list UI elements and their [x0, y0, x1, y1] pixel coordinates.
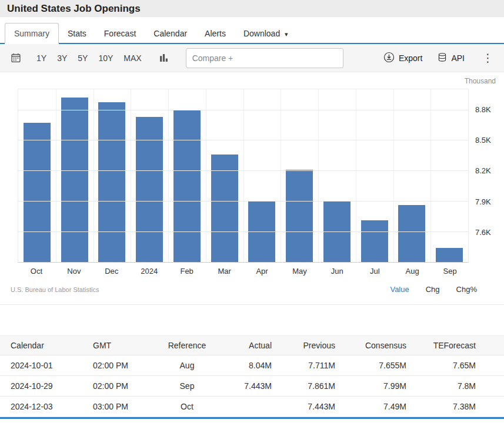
table-cell: 7.99M — [338, 381, 409, 391]
table-cell: 7.8M — [409, 381, 504, 391]
tab-stats[interactable]: Stats — [59, 24, 95, 43]
calendar-table: CalendarGMTReferenceActualPreviousConsen… — [0, 335, 504, 417]
table-body: 2024-10-0102:00 PMAug8.04M7.711M7.655M7.… — [0, 355, 504, 417]
table-cell: 02:00 PM — [91, 381, 159, 391]
table-cell: 7.38M — [409, 402, 504, 411]
gridline-vertical — [318, 89, 319, 262]
bar-Oct[interactable] — [24, 123, 51, 262]
link-chg[interactable]: Chg — [426, 285, 440, 294]
link-chg-pct[interactable]: Chg% — [456, 285, 477, 294]
database-icon — [438, 52, 447, 64]
x-labels: OctNovDec2024FebMarAprMayJunJulAugSep — [18, 264, 469, 278]
gridline-vertical — [94, 89, 94, 262]
bar-chart-icon[interactable] — [157, 52, 171, 63]
gridline-vertical — [206, 89, 206, 262]
gridline-vertical — [243, 89, 244, 262]
x-tick-label: Nov — [55, 264, 93, 278]
bar-Aug[interactable] — [398, 205, 425, 262]
api-button[interactable]: API — [438, 52, 465, 64]
gridline-vertical — [393, 89, 394, 262]
tab-forecast-label: Forecast — [104, 29, 136, 38]
bar-slot — [131, 89, 168, 262]
tab-summary-label: Summary — [14, 29, 49, 38]
range-5y[interactable]: 5Y — [78, 53, 88, 63]
bar-slot — [430, 89, 468, 262]
bar-slot — [243, 89, 281, 262]
x-tick-label: Oct — [18, 264, 55, 278]
plot-area — [18, 89, 469, 263]
section-gap — [0, 305, 504, 335]
range-1y[interactable]: 1Y — [36, 53, 46, 63]
tab-stats-label: Stats — [68, 29, 86, 38]
bar-slot — [356, 89, 393, 262]
tab-alerts[interactable]: Alerts — [196, 24, 235, 43]
column-header: TEForecast — [409, 341, 504, 350]
table-cell: 2024-10-01 — [8, 361, 91, 370]
y-tick-label: 8.2K — [475, 166, 491, 175]
table-row[interactable]: 2024-10-0102:00 PMAug8.04M7.711M7.655M7.… — [0, 355, 504, 376]
table-cell: Aug — [159, 361, 215, 370]
table-cell: 7.443M — [274, 402, 338, 411]
tab-download[interactable]: Download ▾ — [235, 24, 297, 43]
table-cell: 2024-10-29 — [8, 381, 91, 391]
x-tick-label: Aug — [393, 264, 431, 278]
chart-toolbar: 1Y 3Y 5Y 10Y MAX Export — [0, 44, 504, 72]
column-header: Reference — [159, 341, 215, 350]
api-label: API — [451, 53, 465, 63]
export-button[interactable]: Export — [383, 52, 422, 65]
table-cell: 03:00 PM — [91, 402, 159, 411]
chart-source: U.S. Bureau of Labor Statistics — [11, 286, 99, 293]
export-icon — [383, 52, 395, 65]
gridline-vertical — [430, 89, 431, 262]
bar-slot — [281, 89, 318, 262]
bar-Dec[interactable] — [98, 102, 125, 262]
bar-slot — [56, 89, 94, 262]
table-cell: 8.04M — [215, 361, 274, 370]
table-cell: 02:00 PM — [91, 361, 159, 370]
chart-card: Thousand 7.6K7.9K8.2K8.5K8.8K OctNovDec2… — [0, 72, 504, 305]
series-mode-links: Value Chg Chg% — [390, 285, 493, 294]
x-tick-label: Apr — [243, 264, 281, 278]
table-cell: 7.711M — [274, 361, 338, 370]
bar-2024[interactable] — [136, 117, 163, 262]
link-value[interactable]: Value — [390, 285, 409, 294]
x-tick-label: Mar — [206, 264, 243, 278]
table-cell: 7.655M — [338, 361, 409, 370]
bar-Nov[interactable] — [61, 98, 88, 262]
x-tick-label: Sep — [431, 264, 469, 278]
tab-bar: Summary Stats Forecast Calendar Alerts D… — [0, 17, 504, 44]
range-10y[interactable]: 10Y — [98, 53, 113, 63]
bar-slot — [206, 89, 243, 262]
compare-input[interactable] — [186, 48, 343, 68]
range-selector: 1Y 3Y 5Y 10Y MAX — [36, 53, 142, 63]
y-tick-label: 8.8K — [475, 105, 491, 113]
table-cell: Oct — [159, 402, 215, 411]
range-max[interactable]: MAX — [124, 53, 141, 63]
y-tick-label: 8.5K — [475, 136, 491, 145]
table-header-row: CalendarGMTReferenceActualPreviousConsen… — [0, 335, 504, 355]
bar-Sep[interactable] — [436, 248, 463, 262]
table-row[interactable]: 2024-10-2902:00 PMSep7.443M7.861M7.99M7.… — [0, 376, 504, 397]
column-header: GMT — [91, 341, 159, 350]
bar-May[interactable] — [286, 170, 313, 262]
bar-slot — [168, 89, 206, 262]
range-3y[interactable]: 3Y — [57, 53, 67, 63]
column-header: Calendar — [8, 341, 91, 350]
tab-download-label: Download — [243, 29, 280, 38]
table-cell: 7.861M — [274, 381, 338, 391]
kebab-menu-icon[interactable]: ⋮ — [480, 52, 496, 63]
x-tick-label: Jul — [356, 264, 393, 278]
tab-calendar[interactable]: Calendar — [145, 24, 196, 43]
bar-Jul[interactable] — [361, 220, 388, 262]
export-label: Export — [399, 53, 422, 63]
calendar-icon[interactable] — [8, 52, 24, 64]
bar-slot — [393, 89, 431, 262]
bar-Feb[interactable] — [173, 110, 201, 262]
tab-summary[interactable]: Summary — [5, 23, 59, 44]
tab-forecast[interactable]: Forecast — [95, 24, 145, 43]
bar-slot — [18, 89, 56, 262]
x-tick-label: Dec — [93, 264, 131, 278]
gridline-vertical — [356, 89, 356, 262]
table-row[interactable]: 2024-12-0303:00 PMOct7.443M7.49M7.38M — [0, 397, 504, 417]
table-cell: 7.49M — [338, 402, 409, 411]
